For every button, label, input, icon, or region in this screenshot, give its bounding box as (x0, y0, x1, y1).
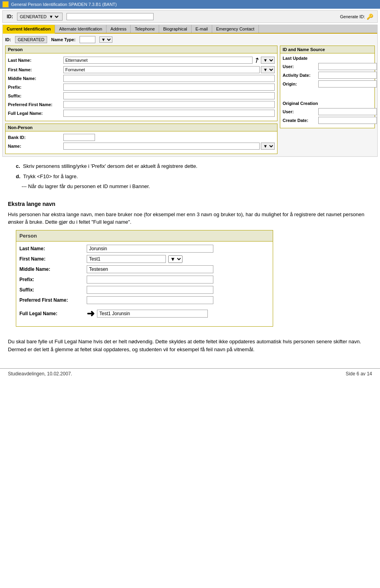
name-row: Name: ▼ (8, 143, 275, 150)
activity-date-label: Activity Date: (283, 73, 318, 78)
left-column: Person Last Name: ↗ ▼ (5, 46, 277, 154)
pfi-first-name-input[interactable] (87, 255, 166, 263)
prefix-input[interactable] (63, 84, 275, 91)
pfi-last-name-label: Last Name: (19, 245, 87, 252)
pfi-prefix-row: Prefix: (19, 276, 270, 284)
c-paragraph: c. Skriv personens stilling/yrke i 'Pref… (16, 162, 372, 170)
pfi-full-legal-container: ➜ (87, 306, 208, 321)
name-type-label: Name Type: (51, 37, 76, 42)
pfi-middle-name-row: Middle Name: (19, 265, 270, 273)
id-name-source-body: Last Update User: Activity Date: Origin: (280, 53, 374, 128)
form-id-value: GENERATED (15, 36, 48, 43)
last-name-row: Last Name: ↗ ▼ (8, 56, 275, 65)
right-column: ID and Name Source Last Update User: Act… (280, 46, 375, 154)
footer-left: Studieavdelingen, 10.02.2007. (8, 371, 72, 377)
non-person-name-input[interactable] (63, 143, 260, 150)
pfi-suffix-input[interactable] (87, 286, 213, 294)
user-input[interactable] (318, 63, 377, 70)
name-type-dropdown[interactable]: ▼ (99, 36, 112, 43)
save-note-text: --- Når du lagrer får du personen et ID … (21, 183, 150, 189)
first-name-dropdown[interactable]: ▼ (261, 66, 275, 73)
last-name-arrow-icon: ↗ (252, 55, 262, 66)
pfi-prefix-input[interactable] (87, 276, 213, 284)
origin-input[interactable] (318, 80, 377, 88)
pfi-first-name-dropdown[interactable]: ▼ (168, 255, 182, 263)
non-person-name-container: ▼ (63, 143, 275, 150)
pfi-middle-name-label: Middle Name: (19, 266, 87, 273)
pfi-preferred-label: Preferred First Name: (19, 297, 87, 304)
middle-name-row: Middle Name: (8, 75, 275, 82)
original-creation-subheader: Original Creation (283, 101, 372, 106)
tab-biographical[interactable]: Biographical (159, 25, 192, 33)
generated-box[interactable]: GENERATED ▼ (17, 13, 63, 21)
pfi-full-legal-row: Full Legal Name: ➜ (19, 306, 270, 321)
first-name-input[interactable] (63, 66, 260, 73)
page-footer: Studieavdelingen, 10.02.2007. Side 6 av … (0, 368, 380, 379)
panel-spacer (283, 89, 372, 101)
generate-id-area: Generate ID: 🔑 (340, 13, 373, 20)
generated-label: GENERATED (20, 14, 47, 19)
two-col-layout: Person Last Name: ↗ ▼ (5, 46, 375, 154)
pfi-body: Last Name: First Name: ▼ Middle Name: Pr… (16, 242, 273, 326)
create-date-row: Create Date: (283, 117, 372, 124)
big-arrow-icon: ➜ (87, 306, 95, 321)
tab-current-identification[interactable]: Current Identification (3, 25, 55, 34)
origin-label: Origin: (283, 82, 318, 86)
middle-name-label: Middle Name: (8, 76, 63, 81)
last-update-subheader: Last Update (283, 56, 372, 61)
last-name-dropdown[interactable]: ▼ (261, 57, 275, 64)
create-date-input[interactable] (318, 117, 377, 124)
full-legal-name-input[interactable] (63, 110, 275, 117)
tab-alternate-identification[interactable]: Alternate Identification (55, 25, 106, 33)
name-type-input[interactable] (80, 36, 95, 43)
id-bar: ID: GENERATED ▼ Generate ID: 🔑 (2, 10, 378, 23)
orig-user-label: User: (283, 109, 318, 114)
form-id-label: ID: (5, 37, 11, 42)
app-title-bar: General Person Identification SPAIDEN 7.… (0, 0, 380, 9)
tab-emergency-contact[interactable]: Emergency Contact (212, 25, 259, 33)
id-input[interactable] (66, 13, 154, 20)
suffix-input[interactable] (63, 92, 275, 99)
preferred-first-name-label: Preferred First Name: (8, 102, 63, 107)
orig-user-row: User: (283, 108, 372, 115)
generated-dropdown[interactable]: ▼ (48, 14, 60, 19)
preferred-first-name-input[interactable] (63, 101, 275, 108)
pfi-header: Person (16, 230, 273, 242)
first-name-field-container: ▼ (63, 66, 275, 73)
user-row: User: (283, 63, 372, 70)
c-text: Skriv personens stilling/yrke i 'Prefix'… (23, 163, 198, 169)
person-section: Person Last Name: ↗ ▼ (5, 46, 277, 121)
preferred-first-name-row: Preferred First Name: (8, 101, 275, 108)
non-person-name-dropdown[interactable]: ▼ (261, 143, 275, 150)
person-section-header: Person (6, 46, 277, 53)
text-content-area: c. Skriv personens stilling/yrke i 'Pref… (0, 158, 380, 360)
middle-name-input[interactable] (63, 75, 275, 82)
bank-id-input[interactable] (63, 134, 95, 141)
footer-right: Side 6 av 14 (346, 371, 372, 377)
tab-address[interactable]: Address (106, 25, 131, 33)
d-paragraph: d. Trykk <F10> for å lagre. (16, 173, 372, 181)
tab-telephone[interactable]: Telephone (131, 25, 159, 33)
first-name-label: First Name: (8, 67, 63, 72)
non-person-section: Non-Person Bank ID: Name: ▼ (5, 124, 277, 154)
last-name-input[interactable] (63, 57, 253, 64)
orig-user-input[interactable] (318, 108, 377, 115)
extra-names-text: Hvis personen har ekstra lange navn, men… (8, 211, 372, 226)
generate-id-label: Generate ID: (340, 14, 365, 19)
tab-email[interactable]: E-mail (192, 25, 212, 33)
id-name-source-header: ID and Name Source (280, 46, 374, 53)
id-bar-label: ID: (7, 14, 13, 19)
pfi-last-name-input[interactable] (87, 245, 213, 253)
pfi-first-name-row: First Name: ▼ (19, 255, 270, 263)
suffix-label: Suffix: (8, 93, 63, 98)
pfi-full-legal-label: Full Legal Name: (19, 310, 87, 317)
pfi-full-legal-input[interactable] (97, 310, 208, 318)
id-name-type-row: ID: GENERATED Name Type: ▼ (5, 36, 375, 43)
pfi-preferred-input[interactable] (87, 296, 213, 304)
id-name-source-panel: ID and Name Source Last Update User: Act… (280, 46, 375, 128)
activity-date-input[interactable] (318, 72, 377, 79)
person-section-body: Last Name: ↗ ▼ First Name: (6, 53, 277, 121)
create-date-label: Create Date: (283, 118, 318, 123)
key-icon[interactable]: 🔑 (367, 13, 373, 20)
pfi-middle-name-input[interactable] (87, 265, 213, 273)
